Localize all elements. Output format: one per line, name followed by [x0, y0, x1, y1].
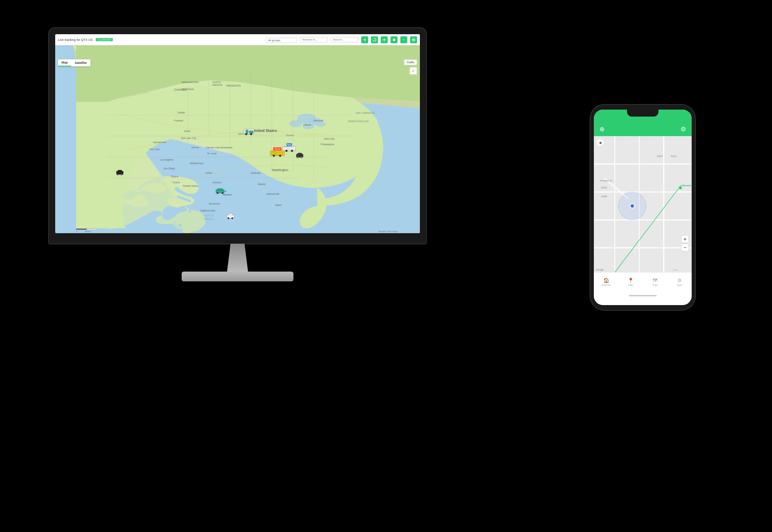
- phone-nav-vehicles[interactable]: 🏠 Vehicles: [594, 278, 618, 286]
- phone-nav-trips-icon: 🗺: [653, 278, 657, 283]
- live-tracking-label: Live tracking for QTX US: [58, 38, 93, 42]
- time-badge: 7:12 AM EDT: [96, 38, 113, 41]
- phone-zoom-in[interactable]: +: [681, 235, 689, 243]
- nearest-to-input[interactable]: [300, 37, 328, 42]
- svg-text:Portland: Portland: [174, 119, 183, 122]
- phone-map-area[interactable]: 3487 3411 2400 1988 Fresden Ct Wheeler R…: [594, 136, 692, 272]
- phone-nav-style-label: Style: [677, 284, 682, 286]
- group-select[interactable]: All groups Group 1 Group 2: [265, 38, 297, 43]
- phone-nav-live[interactable]: 📍 Live: [618, 278, 643, 286]
- svg-text:NORTH: NORTH: [212, 81, 221, 83]
- svg-text:United States: United States: [253, 128, 277, 133]
- svg-rect-89: [284, 147, 288, 150]
- phone-nav-bar: 🏠 Vehicles 📍 Live 🗺 Trips ⚙ Style: [594, 272, 692, 291]
- help-button[interactable]: ?: [400, 36, 407, 43]
- gear-icon: [412, 38, 415, 42]
- help-icon: ?: [402, 38, 406, 42]
- svg-text:MONTANA: MONTANA: [182, 88, 194, 90]
- svg-point-76: [121, 174, 123, 176]
- svg-text:2400: 2400: [601, 186, 607, 189]
- svg-text:Fresden Ct: Fresden Ct: [600, 179, 612, 182]
- phone-nav-live-icon: 📍: [628, 278, 634, 283]
- map-header: Live tracking for QTX US 7:12 AM EDT All…: [55, 34, 420, 45]
- svg-text:Map data ©2024 Google: Map data ©2024 Google: [378, 230, 398, 232]
- plus-icon: [383, 38, 386, 42]
- svg-text:Denver: Denver: [191, 146, 199, 149]
- svg-rect-101: [228, 214, 233, 216]
- phone-zoom-controls: + −: [681, 235, 689, 251]
- svg-point-80: [273, 155, 275, 157]
- map-svg: Gulf of Mexico United States CANADA Wash…: [55, 45, 420, 233]
- back-icon: [363, 38, 366, 42]
- svg-point-125: [630, 204, 634, 208]
- svg-point-97: [217, 192, 219, 194]
- svg-text:500 km: 500 km: [85, 230, 90, 232]
- phone-nav-vehicles-icon: 🏠: [603, 278, 609, 283]
- svg-text:?: ?: [403, 38, 405, 42]
- svg-text:New York: New York: [324, 138, 335, 140]
- svg-point-99: [225, 191, 226, 192]
- map-view-button[interactable]: Map: [58, 59, 71, 66]
- svg-rect-4: [393, 39, 395, 41]
- svg-point-10: [289, 120, 302, 127]
- svg-text:Los Angeles: Los Angeles: [160, 158, 174, 161]
- phone-back-button[interactable]: ◀: [597, 139, 604, 146]
- svg-text:Mexico: Mexico: [223, 193, 232, 196]
- svg-text:WASHINGTON: WASHINGTON: [182, 81, 198, 83]
- scene: Live tracking for QTX US 7:12 AM EDT All…: [0, 0, 772, 532]
- phone-nav-style[interactable]: ⚙ Style: [667, 278, 692, 286]
- phone-settings-icon[interactable]: ⚙: [680, 125, 686, 133]
- svg-rect-70: [249, 131, 253, 133]
- svg-rect-74: [118, 170, 122, 172]
- phone-location-icon[interactable]: ⊕: [599, 125, 605, 133]
- monitor-base: [182, 272, 293, 281]
- svg-text:Atlanta: Atlanta: [258, 183, 265, 185]
- satellite-view-button[interactable]: Satellite: [71, 59, 90, 66]
- svg-text:Seattle: Seattle: [177, 111, 185, 114]
- phone-nav-trips[interactable]: 🗺 Trips: [643, 278, 667, 286]
- search-input[interactable]: [330, 37, 358, 42]
- svg-point-75: [117, 174, 119, 176]
- svg-point-71: [245, 133, 247, 135]
- stop-icon: [392, 38, 396, 42]
- monitor-screen: Live tracking for QTX US 7:12 AM EDT All…: [55, 34, 420, 233]
- svg-point-87: [301, 157, 303, 158]
- phone-nav-style-icon: ⚙: [677, 278, 682, 283]
- stop-button[interactable]: [391, 36, 398, 43]
- settings-button[interactable]: [410, 36, 417, 43]
- fullscreen-button[interactable]: ⤢: [409, 67, 417, 75]
- traffic-button[interactable]: Traffic: [404, 59, 417, 65]
- svg-text:Kansas City: Kansas City: [206, 146, 219, 149]
- refresh-icon: [373, 38, 376, 42]
- svg-point-81: [279, 155, 281, 157]
- phone-home-indicator: [594, 291, 692, 300]
- svg-rect-69: [246, 130, 248, 133]
- svg-rect-78: [272, 152, 276, 155]
- svg-text:Boise: Boise: [184, 130, 191, 132]
- phone-google-attribution: Google: [596, 268, 604, 271]
- svg-point-91: [285, 150, 287, 152]
- phone-map-svg: 3487 3411 2400 1988 Fresden Ct Wheeler R…: [594, 136, 692, 272]
- svg-marker-0: [364, 38, 365, 41]
- svg-text:Philadelphia: Philadelphia: [321, 143, 334, 146]
- map-container[interactable]: Map Satellite Traffic ⤢: [55, 45, 420, 233]
- svg-text:MINNESOTA: MINNESOTA: [226, 84, 241, 87]
- svg-text:Washington: Washington: [272, 168, 288, 172]
- svg-text:Ciudad Juarez: Ciudad Juarez: [183, 185, 199, 187]
- svg-point-92: [291, 150, 293, 152]
- back-button[interactable]: [361, 36, 368, 43]
- svg-text:1988: 1988: [601, 195, 607, 198]
- phone-nav-vehicles-label: Vehicles: [602, 284, 611, 286]
- phone: ⊕ ⚙: [590, 105, 695, 310]
- phone-zoom-out[interactable]: −: [681, 244, 689, 251]
- svg-point-6: [413, 39, 414, 40]
- svg-rect-96: [217, 189, 223, 191]
- svg-text:St. Louis: St. Louis: [207, 152, 217, 155]
- add-button[interactable]: [381, 36, 388, 43]
- refresh-button[interactable]: [371, 36, 378, 43]
- svg-rect-105: [87, 229, 97, 230]
- svg-text:Houston: Houston: [212, 181, 221, 184]
- svg-point-72: [250, 133, 252, 135]
- phone-screen: ⊕ ⚙: [594, 110, 692, 305]
- svg-text:Jacksonville: Jacksonville: [266, 193, 279, 195]
